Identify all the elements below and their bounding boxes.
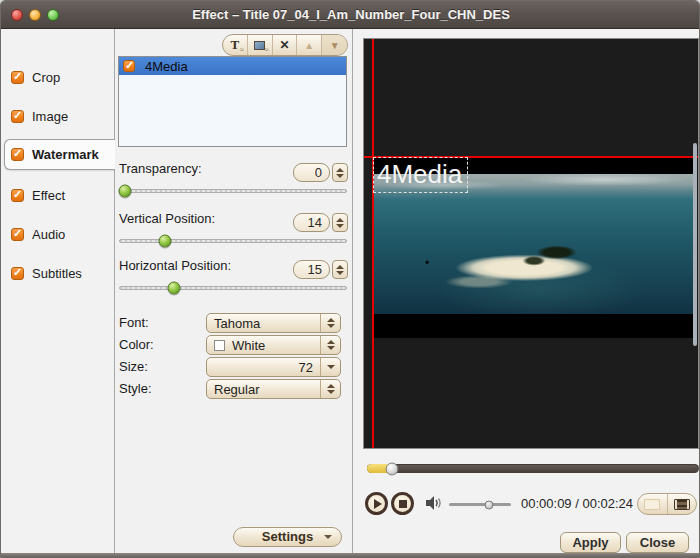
- image-checkbox[interactable]: [11, 110, 24, 123]
- transparency-value-field[interactable]: 0: [293, 163, 330, 182]
- volume-slider-thumb[interactable]: [485, 500, 494, 509]
- watermark-vertical-guide: [372, 39, 374, 448]
- stepper-up-icon: [336, 218, 344, 222]
- stepper-down-icon: [336, 224, 344, 228]
- window-bottom-edge: [1, 553, 700, 558]
- volume-slider[interactable]: [449, 503, 511, 506]
- preview-scrollbar-thumb[interactable]: [693, 143, 697, 346]
- text-watermark-icon: T: [231, 37, 240, 53]
- arrow-down-icon: ▼: [330, 40, 340, 51]
- sidebar-item-label: Crop: [32, 70, 60, 85]
- transparency-slider-thumb[interactable]: [118, 185, 131, 198]
- style-dropdown[interactable]: Regular: [206, 379, 341, 399]
- preview-mode-toggle: [637, 493, 697, 515]
- color-dropdown[interactable]: White: [206, 335, 341, 355]
- watermark-item-label: 4Media: [145, 59, 188, 74]
- watermark-item-checkbox[interactable]: [123, 60, 135, 72]
- horizontal-position-slider-thumb[interactable]: [168, 282, 181, 295]
- audio-checkbox[interactable]: [11, 228, 24, 241]
- stepper-up-icon: [336, 265, 344, 269]
- color-swatch: [214, 340, 225, 351]
- subtitles-checkbox[interactable]: [11, 267, 24, 280]
- vertical-position-slider-thumb[interactable]: [159, 235, 172, 248]
- vertical-position-value-field[interactable]: 14: [293, 213, 330, 232]
- horizontal-position-value-field[interactable]: 15: [293, 260, 330, 279]
- sidebar-item-label: Image: [32, 109, 68, 124]
- image-watermark-icon: [254, 41, 265, 50]
- vertical-position-stepper[interactable]: [332, 213, 348, 232]
- video-preview-canvas: 4Media: [363, 38, 699, 449]
- sidebar-item-label: Audio: [32, 227, 65, 242]
- play-button[interactable]: [365, 492, 388, 515]
- film-frames-icon: [674, 499, 690, 510]
- horizontal-position-label: Horizontal Position:: [119, 258, 231, 273]
- popup-arrows-icon: [320, 380, 340, 398]
- effect-tabs-sidebar: Crop Image Watermark Effect Audio Subtit…: [1, 29, 115, 553]
- title-bar: Effect – Title 07_04_I_Am_Number_Four_CH…: [1, 1, 700, 29]
- speaker-icon[interactable]: [425, 495, 443, 515]
- add-text-watermark-button[interactable]: T ≈: [223, 35, 248, 55]
- seek-slider[interactable]: [367, 464, 699, 473]
- seek-slider-thumb[interactable]: [385, 462, 398, 475]
- vertical-position-slider[interactable]: [119, 239, 347, 243]
- watermark-wave-icon: ≈: [240, 46, 244, 53]
- compare-preview-button[interactable]: [668, 494, 697, 514]
- arrow-up-icon: ▲: [304, 40, 314, 51]
- single-frame-icon: [644, 499, 660, 510]
- delete-watermark-button[interactable]: ✕: [273, 35, 298, 55]
- font-label: Font:: [119, 315, 149, 330]
- watermark-wave-icon: ≈: [265, 46, 269, 53]
- stepper-down-icon: [336, 271, 344, 275]
- sidebar-item-crop[interactable]: Crop: [1, 66, 115, 88]
- stepper-down-icon: [336, 174, 344, 178]
- sidebar-item-label: Watermark: [32, 147, 99, 162]
- size-label: Size:: [119, 359, 148, 374]
- transparency-label: Transparency:: [119, 161, 202, 176]
- settings-dropdown-icon: [324, 535, 332, 539]
- time-display: 00:00:09 / 00:02:24: [521, 496, 633, 511]
- style-label: Style:: [119, 381, 152, 396]
- watermark-list[interactable]: 4Media: [118, 56, 347, 147]
- sidebar-item-label: Subtitles: [32, 266, 82, 281]
- watermark-settings-panel: T ≈ ≈ ✕ ▲ ▼ 4Media Transpa: [115, 29, 353, 553]
- apply-button[interactable]: Apply: [560, 532, 621, 553]
- watermark-checkbox[interactable]: [11, 148, 24, 161]
- font-dropdown[interactable]: Tahoma: [206, 313, 341, 333]
- delete-icon: ✕: [279, 38, 289, 52]
- move-down-button[interactable]: ▼: [322, 35, 347, 55]
- size-combobox[interactable]: 72: [206, 357, 341, 377]
- sidebar-item-effect[interactable]: Effect: [1, 184, 115, 206]
- sidebar-item-audio[interactable]: Audio: [1, 223, 115, 245]
- window-title: Effect – Title 07_04_I_Am_Number_Four_CH…: [1, 1, 700, 29]
- sidebar-item-label: Effect: [32, 188, 65, 203]
- popup-arrows-icon: [320, 314, 340, 332]
- settings-button[interactable]: Settings: [233, 527, 342, 547]
- transparency-slider[interactable]: [119, 189, 347, 193]
- effect-checkbox[interactable]: [11, 189, 24, 202]
- play-icon: [374, 499, 382, 509]
- single-preview-button[interactable]: [638, 494, 668, 514]
- sidebar-item-subtitles[interactable]: Subtitles: [1, 262, 115, 284]
- settings-button-label: Settings: [262, 529, 313, 544]
- sidebar-item-watermark[interactable]: Watermark: [1, 143, 115, 165]
- stepper-up-icon: [336, 168, 344, 172]
- stop-button[interactable]: [391, 492, 414, 515]
- transparency-stepper[interactable]: [332, 163, 348, 182]
- watermark-list-item[interactable]: 4Media: [119, 57, 346, 75]
- style-dropdown-value: Regular: [207, 380, 320, 398]
- color-label: Color:: [119, 337, 154, 352]
- preview-panel: 4Media 00:00:09 / 00:02:24: [354, 29, 700, 553]
- watermark-toolbar: T ≈ ≈ ✕ ▲ ▼: [222, 34, 348, 56]
- horizontal-position-slider[interactable]: [119, 286, 347, 290]
- crop-checkbox[interactable]: [11, 71, 24, 84]
- popup-arrows-icon: [320, 336, 340, 354]
- size-combobox-value: 72: [207, 358, 320, 376]
- add-image-watermark-button[interactable]: ≈: [248, 35, 273, 55]
- horizontal-position-stepper[interactable]: [332, 260, 348, 279]
- move-up-button[interactable]: ▲: [297, 35, 322, 55]
- sidebar-item-image[interactable]: Image: [1, 105, 115, 127]
- watermark-overlay-text[interactable]: 4Media: [373, 157, 468, 193]
- video-picture: [372, 174, 696, 314]
- font-dropdown-value: Tahoma: [207, 314, 320, 332]
- close-button[interactable]: Close: [626, 532, 689, 553]
